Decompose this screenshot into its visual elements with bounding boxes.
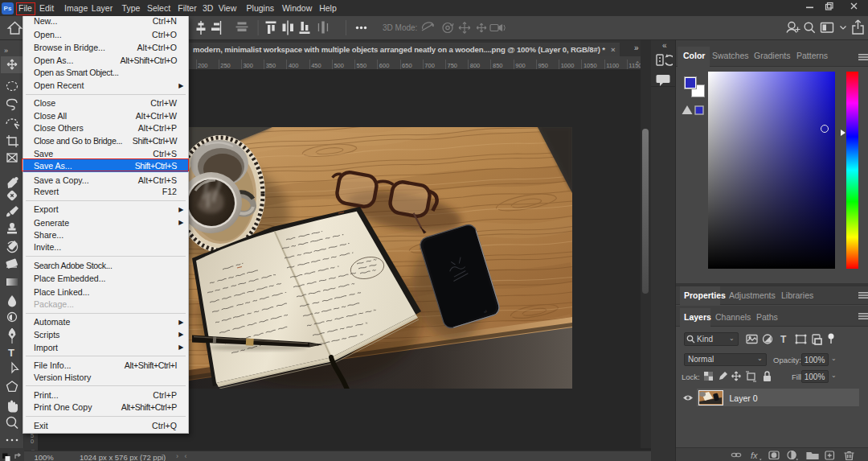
svg-text:T: T — [8, 347, 14, 359]
svg-text:»: » — [4, 47, 8, 55]
svg-text:T: T — [780, 334, 787, 345]
svg-text:fx: fx — [751, 451, 758, 460]
svg-text:3D Mode:: 3D Mode: — [383, 23, 417, 32]
